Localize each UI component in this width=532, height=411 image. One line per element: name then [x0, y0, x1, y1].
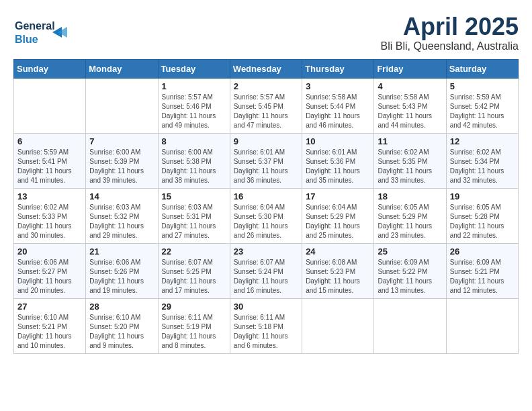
day-number: 17: [306, 191, 370, 201]
day-info: Sunrise: 6:04 AM Sunset: 5:30 PM Dayligh…: [234, 203, 298, 240]
day-number: 3: [306, 81, 370, 91]
day-number: 21: [89, 246, 154, 257]
calendar-cell: [14, 78, 86, 133]
weekday-header-thursday: Thursday: [302, 59, 374, 78]
weekday-header-tuesday: Tuesday: [158, 59, 230, 78]
calendar-cell: 21Sunrise: 6:06 AM Sunset: 5:26 PM Dayli…: [86, 243, 158, 298]
day-number: 16: [234, 191, 298, 201]
day-info: Sunrise: 6:01 AM Sunset: 5:36 PM Dayligh…: [306, 148, 370, 185]
day-number: 30: [234, 302, 298, 312]
day-info: Sunrise: 6:04 AM Sunset: 5:29 PM Dayligh…: [306, 203, 370, 240]
day-number: 6: [17, 136, 82, 146]
day-number: 2: [234, 81, 298, 91]
day-info: Sunrise: 6:09 AM Sunset: 5:22 PM Dayligh…: [378, 258, 442, 295]
day-info: Sunrise: 5:58 AM Sunset: 5:43 PM Dayligh…: [378, 93, 442, 130]
month-title: April 2025: [381, 13, 519, 40]
calendar-cell: 26Sunrise: 6:09 AM Sunset: 5:21 PM Dayli…: [446, 243, 518, 298]
calendar-cell: 17Sunrise: 6:04 AM Sunset: 5:29 PM Dayli…: [302, 188, 374, 243]
day-info: Sunrise: 6:02 AM Sunset: 5:34 PM Dayligh…: [450, 148, 515, 185]
weekday-header-row: SundayMondayTuesdayWednesdayThursdayFrid…: [14, 59, 519, 78]
calendar-week-4: 20Sunrise: 6:06 AM Sunset: 5:27 PM Dayli…: [14, 243, 519, 298]
day-info: Sunrise: 5:58 AM Sunset: 5:44 PM Dayligh…: [306, 93, 370, 130]
calendar-cell: [86, 78, 158, 133]
calendar-cell: 28Sunrise: 6:10 AM Sunset: 5:20 PM Dayli…: [86, 298, 158, 353]
calendar-week-3: 13Sunrise: 6:02 AM Sunset: 5:33 PM Dayli…: [14, 188, 519, 243]
day-number: 23: [234, 246, 298, 257]
calendar-cell: 16Sunrise: 6:04 AM Sunset: 5:30 PM Dayli…: [230, 188, 302, 243]
calendar-cell: 14Sunrise: 6:03 AM Sunset: 5:32 PM Dayli…: [86, 188, 158, 243]
day-info: Sunrise: 6:10 AM Sunset: 5:21 PM Dayligh…: [17, 313, 82, 351]
calendar-cell: 27Sunrise: 6:10 AM Sunset: 5:21 PM Dayli…: [14, 298, 86, 353]
weekday-header-wednesday: Wednesday: [230, 59, 302, 78]
calendar-cell: 8Sunrise: 6:00 AM Sunset: 5:38 PM Daylig…: [158, 133, 230, 188]
day-info: Sunrise: 6:05 AM Sunset: 5:28 PM Dayligh…: [450, 203, 515, 240]
calendar-cell: [374, 298, 446, 353]
page-header: General Blue April 2025 Bli Bli, Queensl…: [13, 13, 519, 52]
calendar-cell: 19Sunrise: 6:05 AM Sunset: 5:28 PM Dayli…: [446, 188, 518, 243]
title-block: April 2025 Bli Bli, Queensland, Australi…: [381, 13, 519, 52]
calendar-cell: 23Sunrise: 6:07 AM Sunset: 5:24 PM Dayli…: [230, 243, 302, 298]
calendar-cell: 1Sunrise: 5:57 AM Sunset: 5:46 PM Daylig…: [158, 78, 230, 133]
weekday-header-sunday: Sunday: [14, 59, 86, 78]
day-info: Sunrise: 5:57 AM Sunset: 5:45 PM Dayligh…: [234, 93, 298, 130]
day-number: 4: [378, 81, 442, 91]
day-number: 28: [89, 302, 154, 312]
day-info: Sunrise: 6:10 AM Sunset: 5:20 PM Dayligh…: [89, 313, 154, 351]
calendar-table: SundayMondayTuesdayWednesdayThursdayFrid…: [13, 59, 519, 354]
day-number: 13: [17, 191, 82, 201]
svg-text:Blue: Blue: [15, 34, 38, 45]
calendar-cell: 2Sunrise: 5:57 AM Sunset: 5:45 PM Daylig…: [230, 78, 302, 133]
day-info: Sunrise: 5:59 AM Sunset: 5:41 PM Dayligh…: [17, 148, 82, 185]
calendar-cell: [302, 298, 374, 353]
calendar-cell: 9Sunrise: 6:01 AM Sunset: 5:37 PM Daylig…: [230, 133, 302, 188]
calendar-cell: 20Sunrise: 6:06 AM Sunset: 5:27 PM Dayli…: [14, 243, 86, 298]
weekday-header-friday: Friday: [374, 59, 446, 78]
calendar-cell: [446, 298, 518, 353]
calendar-week-5: 27Sunrise: 6:10 AM Sunset: 5:21 PM Dayli…: [14, 298, 519, 353]
day-number: 10: [306, 136, 370, 146]
day-number: 7: [89, 136, 154, 146]
calendar-week-2: 6Sunrise: 5:59 AM Sunset: 5:41 PM Daylig…: [14, 133, 519, 188]
day-number: 9: [234, 136, 298, 146]
day-number: 18: [378, 191, 442, 201]
day-info: Sunrise: 6:11 AM Sunset: 5:18 PM Dayligh…: [234, 313, 298, 351]
day-info: Sunrise: 6:00 AM Sunset: 5:38 PM Dayligh…: [162, 148, 226, 185]
calendar-cell: 10Sunrise: 6:01 AM Sunset: 5:36 PM Dayli…: [302, 133, 374, 188]
day-info: Sunrise: 6:08 AM Sunset: 5:23 PM Dayligh…: [306, 258, 370, 295]
day-number: 26: [450, 246, 515, 257]
calendar-cell: 29Sunrise: 6:11 AM Sunset: 5:19 PM Dayli…: [158, 298, 230, 353]
calendar-cell: 7Sunrise: 6:00 AM Sunset: 5:39 PM Daylig…: [86, 133, 158, 188]
calendar-cell: 22Sunrise: 6:07 AM Sunset: 5:25 PM Dayli…: [158, 243, 230, 298]
calendar-cell: 30Sunrise: 6:11 AM Sunset: 5:18 PM Dayli…: [230, 298, 302, 353]
day-number: 11: [378, 136, 442, 146]
day-number: 19: [450, 191, 515, 201]
day-number: 8: [162, 136, 226, 146]
day-info: Sunrise: 5:59 AM Sunset: 5:42 PM Dayligh…: [450, 93, 515, 130]
weekday-header-saturday: Saturday: [446, 59, 518, 78]
day-info: Sunrise: 6:02 AM Sunset: 5:33 PM Dayligh…: [17, 203, 82, 240]
day-info: Sunrise: 6:01 AM Sunset: 5:37 PM Dayligh…: [234, 148, 298, 185]
day-number: 29: [162, 302, 226, 312]
day-info: Sunrise: 6:11 AM Sunset: 5:19 PM Dayligh…: [162, 313, 226, 351]
day-number: 1: [162, 81, 226, 91]
day-info: Sunrise: 6:06 AM Sunset: 5:26 PM Dayligh…: [89, 258, 154, 295]
day-number: 14: [89, 191, 154, 201]
day-info: Sunrise: 6:07 AM Sunset: 5:24 PM Dayligh…: [234, 258, 298, 295]
calendar-cell: 12Sunrise: 6:02 AM Sunset: 5:34 PM Dayli…: [446, 133, 518, 188]
calendar-cell: 11Sunrise: 6:02 AM Sunset: 5:35 PM Dayli…: [374, 133, 446, 188]
day-info: Sunrise: 6:07 AM Sunset: 5:25 PM Dayligh…: [162, 258, 226, 295]
day-number: 22: [162, 246, 226, 257]
day-number: 24: [306, 246, 370, 257]
logo: General Blue: [13, 13, 74, 50]
day-number: 27: [17, 302, 82, 312]
day-info: Sunrise: 6:02 AM Sunset: 5:35 PM Dayligh…: [378, 148, 442, 185]
day-number: 5: [450, 81, 515, 91]
day-info: Sunrise: 6:00 AM Sunset: 5:39 PM Dayligh…: [89, 148, 154, 185]
day-number: 15: [162, 191, 226, 201]
day-number: 25: [378, 246, 442, 257]
logo-svg: General Blue: [13, 13, 74, 50]
calendar-cell: 24Sunrise: 6:08 AM Sunset: 5:23 PM Dayli…: [302, 243, 374, 298]
calendar-cell: 5Sunrise: 5:59 AM Sunset: 5:42 PM Daylig…: [446, 78, 518, 133]
day-info: Sunrise: 6:03 AM Sunset: 5:32 PM Dayligh…: [89, 203, 154, 240]
day-info: Sunrise: 5:57 AM Sunset: 5:46 PM Dayligh…: [162, 93, 226, 130]
